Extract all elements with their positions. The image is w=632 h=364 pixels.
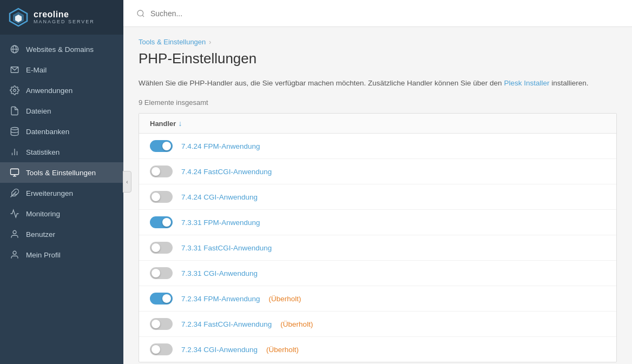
sidebar-label-statistics: Statistiken [26,148,60,156]
toggle-h1[interactable] [150,140,173,152]
handler-name-h8[interactable]: 7.2.34 FastCGI-Anwendung [181,320,272,328]
svg-rect-12 [11,169,19,175]
handler-name-h7[interactable]: 7.2.34 FPM-Anwendung [181,295,260,303]
sidebar-item-tools[interactable]: Tools & Einstellungen [0,162,123,183]
toggle-h4[interactable] [150,216,173,228]
sidebar-item-email[interactable]: E-Mail [0,59,123,80]
table-row: 7.3.31 FPM-Anwendung [139,210,616,235]
sidebar-label-profile: Mein Profil [26,251,61,259]
sidebar-item-applications[interactable]: Anwendungen [0,80,123,101]
toggle-h3[interactable] [150,191,173,203]
globe-icon [10,44,19,54]
breadcrumb-parent[interactable]: Tools & Einstellungen [139,38,206,46]
database-icon [10,127,19,136]
table-row: 7.2.34 FastCGI-Anwendung (Überholt) [139,312,616,337]
page-title: PHP-Einstellungen [139,50,617,67]
breadcrumb: Tools & Einstellungen › [139,38,617,46]
sidebar-label-extensions: Erweiterungen [26,189,73,197]
handler-name-h3[interactable]: 7.4.24 CGI-Anwendung [181,193,258,201]
sidebar-item-websites[interactable]: Websites & Domains [0,39,123,59]
svg-point-19 [137,10,143,16]
file-icon [10,106,19,116]
handler-deprecated-h8: (Überholt) [280,320,313,328]
sidebar-item-databases[interactable]: Datenbanken [0,121,123,142]
table-header: Handler ↓ [139,114,616,134]
tools-icon [10,168,19,177]
handler-deprecated-h9: (Überholt) [266,346,299,354]
topbar [123,0,632,27]
monitor-icon [10,209,19,219]
handler-column-label: Handler [150,120,176,128]
description-pre: Wählen Sie die PHP-Handler aus, die Sie … [139,79,504,87]
mail-icon [10,65,19,75]
search-icon [136,9,145,18]
logo-sub: MANAGED SERVER [34,19,95,25]
table-row: 7.4.24 FastCGI-Anwendung [139,159,616,184]
content-area: Tools & Einstellungen › PHP-Einstellunge… [123,27,632,364]
sidebar-label-websites: Websites & Domains [26,45,94,54]
search-input[interactable] [150,9,619,18]
sidebar-item-profile[interactable]: Mein Profil [0,244,123,265]
sidebar-item-files[interactable]: Dateien [0,101,123,121]
handler-name-h1[interactable]: 7.4.24 FPM-Anwendung [181,142,260,150]
handler-name-h6[interactable]: 7.3.31 CGI-Anwendung [181,269,258,277]
logo-icon [9,8,28,27]
sidebar-label-email: E-Mail [26,66,47,74]
sidebar-label-users: Benutzer [26,230,55,239]
collapse-sidebar-button[interactable]: ‹ [123,171,131,193]
profile-icon [10,250,19,260]
description-post: installieren. [549,79,588,87]
handler-table: Handler ↓ 7.4.24 FPM-Anwendung7.4.24 Fas… [139,113,617,362]
table-row: 7.3.31 FastCGI-Anwendung [139,235,616,261]
puzzle-icon [10,188,19,198]
svg-point-18 [13,251,16,254]
sidebar-label-applications: Anwendungen [26,87,73,95]
sidebar-label-files: Dateien [26,107,51,115]
toggle-h5[interactable] [150,242,173,254]
sort-icon[interactable]: ↓ [178,119,182,128]
sidebar-nav: Websites & Domains E-Mail Anwendungen Da… [0,35,123,364]
logo-brand: creoline [34,10,95,19]
sidebar-item-statistics[interactable]: Statistiken [0,142,123,162]
logo: creoline MANAGED SERVER [0,0,123,35]
chart-icon [10,147,19,157]
sidebar-item-users[interactable]: Benutzer [0,224,123,244]
plesk-installer-link[interactable]: Plesk Installer [504,79,549,87]
toggle-h8[interactable] [150,318,173,330]
sidebar-label-tools: Tools & Einstellungen [26,169,96,177]
handler-name-h4[interactable]: 7.3.31 FPM-Anwendung [181,219,260,227]
table-row: 7.4.24 CGI-Anwendung [139,184,616,210]
sidebar-label-databases: Datenbanken [26,128,69,136]
handler-name-h2[interactable]: 7.4.24 FastCGI-Anwendung [181,168,272,176]
main-content: Tools & Einstellungen › PHP-Einstellunge… [123,0,632,364]
handler-rows: 7.4.24 FPM-Anwendung7.4.24 FastCGI-Anwen… [139,134,616,362]
svg-point-8 [11,128,18,130]
user-icon [10,229,19,239]
table-row: 7.3.31 CGI-Anwendung [139,261,616,286]
sidebar: creoline MANAGED SERVER Websites & Domai… [0,0,123,364]
toggle-h6[interactable] [150,267,173,279]
sidebar-label-monitoring: Monitoring [26,210,60,218]
handler-name-h5[interactable]: 7.3.31 FastCGI-Anwendung [181,244,272,252]
sidebar-item-monitoring[interactable]: Monitoring [0,203,123,224]
svg-point-7 [14,89,16,92]
table-row: 7.2.34 CGI-Anwendung (Überholt) [139,337,616,362]
gear-icon [10,85,19,95]
toggle-h9[interactable] [150,343,173,355]
toggle-h7[interactable] [150,293,173,305]
sidebar-item-extensions[interactable]: Erweiterungen [0,183,123,203]
table-row: 7.4.24 FPM-Anwendung [139,134,616,159]
toggle-h2[interactable] [150,166,173,177]
svg-line-20 [142,15,144,17]
handler-name-h9[interactable]: 7.2.34 CGI-Anwendung [181,346,258,354]
breadcrumb-separator: › [209,38,211,46]
count-top: 9 Elemente insgesamt [139,98,617,107]
handler-deprecated-h7: (Überholt) [269,295,301,303]
svg-point-17 [13,230,16,234]
description: Wählen Sie die PHP-Handler aus, die Sie … [139,78,617,89]
table-row: 7.2.34 FPM-Anwendung (Überholt) [139,286,616,312]
